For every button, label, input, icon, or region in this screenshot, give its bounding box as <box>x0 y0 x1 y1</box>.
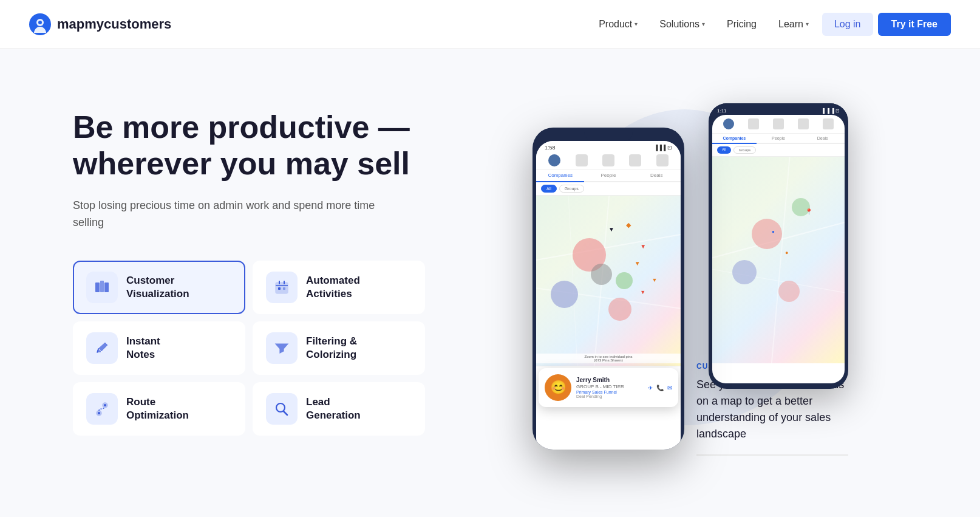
front-phone-time: 1:58 <box>545 145 556 151</box>
svg-rect-5 <box>104 282 109 292</box>
hero-subtext: Stop losing precious time on admin work … <box>73 197 401 232</box>
feature-filtering-colorizing[interactable]: Filtering &Colorizing <box>253 321 425 375</box>
map-cluster-red-small <box>608 298 631 321</box>
status-bar: 1:58 ▐▐▐ ⊡ <box>536 141 681 152</box>
pin-orange-2: ▼ <box>635 260 641 267</box>
chevron-down-icon: ▾ <box>635 21 638 27</box>
filter-groups[interactable]: Groups <box>559 185 584 193</box>
svg-rect-10 <box>278 287 281 290</box>
phone-notch <box>584 128 633 141</box>
svg-point-14 <box>98 412 100 414</box>
phone-tabs: Companies People Deals <box>536 169 681 182</box>
phone-filter-row: All Groups <box>536 182 681 196</box>
feature-label-instant-notes: InstantNotes <box>126 335 160 361</box>
contact-avatar: 😊 <box>545 374 571 401</box>
phone-toolbar <box>536 152 681 169</box>
feature-instant-notes[interactable]: InstantNotes <box>73 321 245 375</box>
contact-actions: ✈ 📞 ✉ <box>648 385 672 391</box>
map-icon-wrap <box>86 272 118 303</box>
route-icon <box>94 401 110 417</box>
navbar: mapmycustomers Product ▾ Solutions ▾ Pri… <box>0 0 980 49</box>
navigate-icon[interactable]: ✈ <box>648 385 653 391</box>
divider-line <box>696 454 848 456</box>
contact-group: GROUP B - MID TIER <box>576 384 643 389</box>
chevron-down-icon: ▾ <box>806 21 809 27</box>
calendar-icon <box>274 279 290 295</box>
map-icon <box>94 279 110 295</box>
phone-front: 1:58 ▐▐▐ ⊡ Companies People <box>533 128 684 450</box>
svg-rect-11 <box>283 287 285 290</box>
contact-name: Jerry Smith <box>576 377 643 383</box>
phone-screen: 1:58 ▐▐▐ ⊡ Companies People <box>536 141 681 450</box>
contact-funnel: Primary Sales Funnel <box>576 390 643 394</box>
svg-rect-6 <box>276 282 288 293</box>
svg-point-15 <box>104 404 106 406</box>
feature-label-filtering-colorizing: Filtering &Colorizing <box>306 335 357 361</box>
pin-orange-3: ▼ <box>652 277 657 283</box>
pin-orange: ◆ <box>626 221 631 229</box>
phone-back: 1:11 ▐ ▐ ▐ ⊡ Companies Peopl <box>709 103 848 389</box>
nav-pricing[interactable]: Pricing <box>718 14 765 35</box>
hero-section: Be more productive — wherever you may se… <box>0 49 980 517</box>
contact-info: Jerry Smith GROUP B - MID TIER Primary S… <box>576 377 643 399</box>
nav-links: Product ▾ Solutions ▾ Pricing Learn ▾ Lo… <box>590 13 951 36</box>
logo[interactable]: mapmycustomers <box>29 13 171 35</box>
tab-deals[interactable]: Deals <box>633 169 681 181</box>
svg-point-2 <box>38 21 42 24</box>
home-icon <box>548 154 560 166</box>
chevron-down-icon: ▾ <box>702 21 705 27</box>
settings-icon <box>629 154 641 166</box>
nav-product[interactable]: Product ▾ <box>590 14 646 35</box>
zoom-hint: Zoom in to see individual pins(673 Pins … <box>536 354 681 363</box>
email-icon[interactable]: ✉ <box>667 385 672 391</box>
map-cluster-blue <box>551 281 578 308</box>
filter-all[interactable]: All <box>541 185 557 193</box>
tab-companies[interactable]: Companies <box>536 169 584 182</box>
nav-solutions[interactable]: Solutions ▾ <box>651 14 713 35</box>
refresh-icon <box>602 154 614 166</box>
feature-label-route-optimization: RouteOptimization <box>126 395 189 422</box>
back-phone-time: 1:11 <box>717 108 727 114</box>
phone-icon[interactable]: 📞 <box>656 385 664 391</box>
pin-black: ▼ <box>608 226 614 233</box>
filter-tool-icon <box>656 154 669 166</box>
pencil-icon <box>94 340 110 356</box>
filter-icon <box>274 340 290 356</box>
try-free-button[interactable]: Try it Free <box>878 13 951 36</box>
tab-people[interactable]: People <box>584 169 632 181</box>
feature-label-customer-visualization: CustomerVisualization <box>126 274 189 301</box>
svg-rect-4 <box>100 281 104 292</box>
svg-line-17 <box>284 411 287 415</box>
search-icon-wrap <box>266 393 298 425</box>
search-icon <box>274 401 290 417</box>
map-cluster-green <box>616 272 633 289</box>
contact-deal: Deal Pending <box>576 394 643 399</box>
signal-icons: ▐▐▐ ⊡ <box>654 145 672 151</box>
contact-card: 😊 Jerry Smith GROUP B - MID TIER Primary… <box>539 368 678 407</box>
feature-label-automated-activities: AutomatedActivities <box>306 274 360 301</box>
feature-route-optimization[interactable]: RouteOptimization <box>73 382 245 436</box>
calendar-icon-wrap <box>266 272 298 303</box>
features-grid: CustomerVisualization AutomatedActivitie… <box>73 261 425 436</box>
filter-icon-wrap <box>266 332 298 364</box>
feature-label-lead-generation: LeadGeneration <box>306 395 361 422</box>
feature-customer-visualization[interactable]: CustomerVisualization <box>73 261 245 314</box>
pencil-icon-wrap <box>86 332 118 364</box>
phone-map: ◆ ▼ ▼ ▼ ▼ ▼ Zoom in to see individual pi… <box>536 196 681 366</box>
brand-name: mapmycustomers <box>57 16 171 32</box>
pin-red: ▼ <box>640 243 646 250</box>
feature-lead-generation[interactable]: LeadGeneration <box>253 382 425 436</box>
hero-right: 1:11 ▐ ▐ ▐ ⊡ Companies Peopl <box>449 85 931 468</box>
back-signal-icons: ▐ ▐ ▐ ⊡ <box>821 108 840 114</box>
login-button[interactable]: Log in <box>822 13 873 36</box>
hero-left: Be more productive — wherever you may se… <box>73 85 449 436</box>
map-cluster-gray <box>591 264 612 285</box>
phone-mockup-container: 1:11 ▐ ▐ ▐ ⊡ Companies Peopl <box>533 91 848 468</box>
hero-heading: Be more productive — wherever you may se… <box>73 109 449 182</box>
route-icon-wrap <box>86 393 118 425</box>
nav-learn[interactable]: Learn ▾ <box>770 14 817 35</box>
search-tool-icon <box>576 154 588 166</box>
pin-red-2: ▼ <box>640 289 645 295</box>
feature-automated-activities[interactable]: AutomatedActivities <box>253 261 425 314</box>
svg-rect-3 <box>95 282 100 292</box>
